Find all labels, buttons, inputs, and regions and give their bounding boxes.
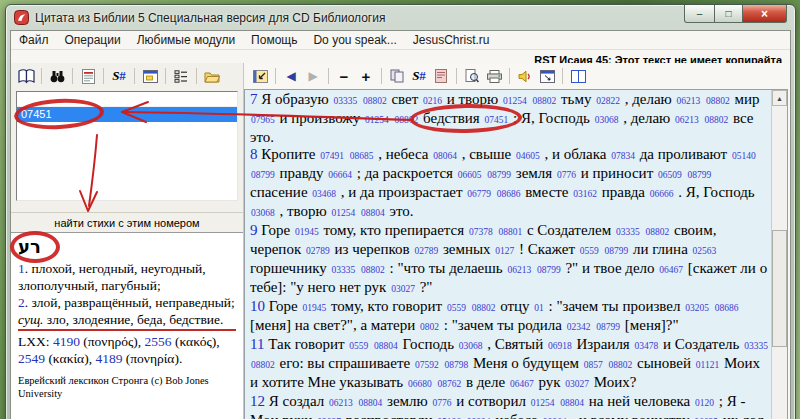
strong-number-link[interactable]: 06664 <box>328 170 352 180</box>
strong-number-link[interactable]: 06213 <box>329 398 353 408</box>
bookmarks-list-icon[interactable] <box>170 66 192 86</box>
strong-number-link[interactable]: 08804 <box>560 398 584 408</box>
strong-number-link[interactable]: 02563 <box>693 246 717 256</box>
strong-number-link[interactable]: 03468 <box>312 189 336 199</box>
strong-number-link[interactable]: 08798 <box>444 360 468 370</box>
vertical-scrollbar[interactable]: ▲ <box>771 90 787 419</box>
strong-number-link[interactable]: 07965 <box>251 115 275 125</box>
strong-number-link[interactable]: 04605 <box>516 151 540 161</box>
strong-number-link[interactable]: 06213 <box>677 96 701 106</box>
strong-number-link[interactable]: 08804 <box>374 341 398 351</box>
strong-number-link[interactable]: 08802 <box>361 265 385 275</box>
strong-number-list[interactable]: 07451 <box>17 107 237 122</box>
strong-number-link[interactable]: 08802 <box>533 96 557 106</box>
greek-strong-number[interactable]: 2556 <box>145 334 172 349</box>
strong-number-link[interactable]: 08802 <box>705 115 729 125</box>
strong-number-link[interactable]: 08802 <box>394 115 418 125</box>
hebrew-word[interactable]: רע <box>18 236 41 257</box>
strong-number-link[interactable]: 07834 <box>611 151 635 161</box>
split-columns-icon[interactable] <box>567 66 589 86</box>
close-button[interactable]: × <box>743 5 787 23</box>
strong-number-link[interactable]: 06779 <box>467 189 491 199</box>
strong-number-link[interactable]: 08799 <box>596 322 620 332</box>
verse-number[interactable]: 8 <box>250 146 258 162</box>
strong-number-link[interactable]: 03162 <box>573 189 597 199</box>
strong-number-link[interactable]: 08802 <box>363 96 387 106</box>
strong-number-link[interactable]: 01254 <box>365 115 389 125</box>
strong-number-link[interactable]: 06666 <box>650 189 674 199</box>
strong-number-link[interactable]: 08064 <box>433 151 457 161</box>
verse-number[interactable]: 10 <box>250 298 265 314</box>
open-folder-icon[interactable] <box>201 66 223 86</box>
strong-number-link[interactable]: 05140 <box>732 151 756 161</box>
strong-number-link[interactable]: 02789 <box>414 246 438 256</box>
print-preview-icon[interactable] <box>461 66 483 86</box>
strong-number-link[interactable]: 08802 <box>609 360 633 370</box>
strong-number-link[interactable]: 06467 <box>659 265 683 275</box>
strong-number-link[interactable]: 07491 <box>320 151 344 161</box>
strong-number-link[interactable]: 03335 <box>332 265 356 275</box>
strong-number-link[interactable]: 0776 <box>557 170 576 180</box>
strong-number-link[interactable]: 06680 <box>408 379 432 389</box>
strong-number-link[interactable]: 0559 <box>580 246 599 256</box>
strong-number-link[interactable]: 0559 <box>349 341 368 351</box>
forward-icon[interactable]: ▶ <box>302 66 324 86</box>
strong-number-link[interactable]: 06918 <box>548 341 572 351</box>
strong-number-link[interactable]: 06213 <box>507 265 531 275</box>
strong-number-link[interactable]: 08799 <box>604 246 628 256</box>
greek-strong-number[interactable]: 2549 <box>18 351 45 366</box>
strong-number-link[interactable]: 07451 <box>484 115 508 125</box>
strong-number-link[interactable]: 03205 <box>685 303 709 313</box>
strong-number-link[interactable]: 0776 <box>433 398 452 408</box>
strong-number-link[interactable]: 08799 <box>537 265 561 275</box>
bible-text-pane[interactable]: 7 Я образую 03335 08802 свет 0216 и твор… <box>244 89 788 419</box>
verse-number[interactable]: 11 <box>250 336 264 352</box>
strong-number-link[interactable]: 08685 <box>350 151 374 161</box>
strong-number-link[interactable]: 0120 <box>695 398 714 408</box>
module-window-icon[interactable] <box>139 66 161 86</box>
strong-number-link[interactable]: 03335 <box>744 341 768 351</box>
verse-number[interactable]: 12 <box>250 393 265 409</box>
find-verses-button[interactable]: найти стихи с этим номером <box>11 212 243 232</box>
strong-number-link[interactable]: 07592 <box>415 360 439 370</box>
strong-number-link[interactable]: 03335 <box>333 96 357 106</box>
strong-number-link[interactable]: 06467 <box>510 379 534 389</box>
increase-font-icon[interactable]: + <box>355 66 377 86</box>
verse-number[interactable]: 7 <box>250 91 258 107</box>
commentary-icon[interactable] <box>77 66 99 86</box>
strong-number-link[interactable]: 08762 <box>437 379 461 389</box>
strong-number-link[interactable]: 08804 <box>358 398 382 408</box>
scrollbar-thumb[interactable] <box>772 230 787 347</box>
copy-icon[interactable] <box>386 66 408 86</box>
strong-number-link[interactable]: 08802 <box>251 360 275 370</box>
menu-operations[interactable]: Операции <box>57 33 129 47</box>
strongs-numbers-icon[interactable]: S# <box>408 66 430 86</box>
strong-number-link[interactable]: 03068 <box>251 208 275 218</box>
strong-number-link[interactable]: 06605 <box>458 170 482 180</box>
strong-number-link[interactable]: 02789 <box>306 246 330 256</box>
strong-number-link[interactable]: 08799 <box>251 170 275 180</box>
back-icon[interactable]: ◀ <box>280 66 302 86</box>
strong-number-link[interactable]: 0802 <box>420 322 439 332</box>
strong-number-link[interactable]: 03027 <box>391 284 415 294</box>
decrease-font-icon[interactable]: − <box>333 66 355 86</box>
strong-number-link[interactable]: 01254 <box>531 398 555 408</box>
strong-number-link[interactable]: 01 <box>534 303 544 313</box>
go-to-icon[interactable] <box>249 66 271 86</box>
strong-number-link[interactable]: 07378 <box>469 227 493 237</box>
greek-strong-number[interactable]: 4190 <box>53 334 80 349</box>
maximize-button[interactable]: □ <box>715 5 743 23</box>
strong-number-link[interactable]: 08802 <box>472 303 496 313</box>
strong-number-link[interactable]: 01945 <box>295 227 319 237</box>
strong-number-link[interactable]: 0857 <box>584 360 603 370</box>
memo-icon[interactable] <box>430 66 452 86</box>
minimize-button[interactable]: – <box>684 5 715 23</box>
strong-number-link[interactable]: 08799 <box>487 170 511 180</box>
search-binoculars-icon[interactable] <box>46 66 68 86</box>
strong-number-link[interactable]: 03335 <box>616 227 640 237</box>
strong-number-link[interactable]: 01254 <box>332 208 356 218</box>
strong-number-link[interactable]: 08804 <box>361 208 385 218</box>
strong-list-item[interactable]: 07451 <box>17 107 237 122</box>
strong-number-link[interactable]: 08802 <box>645 227 669 237</box>
strong-number-input[interactable] <box>17 92 237 107</box>
